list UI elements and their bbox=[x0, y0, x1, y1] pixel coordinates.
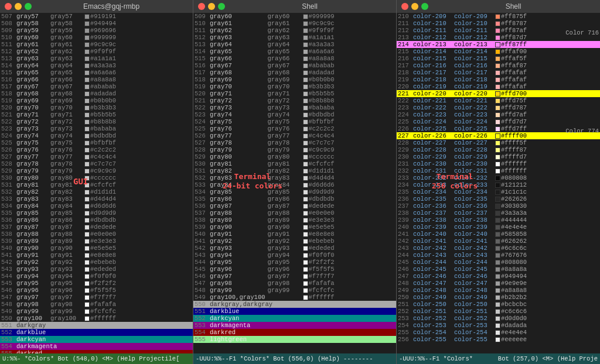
traffic-green2[interactable] bbox=[218, 3, 225, 10]
app-container: Emacs@gqj-rmbp Shell Shell GUI 507 gray5… bbox=[0, 0, 600, 364]
shell1-window-bar: Shell bbox=[193, 0, 397, 13]
emacs-title: Emacs@gqj-rmbp bbox=[35, 2, 188, 11]
emacs-content: GUI 507 gray57 gray57 #919191508 gray58 … bbox=[0, 13, 193, 353]
color-774-label: Color 774 bbox=[565, 128, 599, 135]
emacs-status-bar: U:%%- *Colors* Bot (548,0) <M> (Help Pro… bbox=[0, 353, 193, 364]
shell1-status-text: -UUU:%%--F1 *Colors* Bot (556,0) (Help) … bbox=[196, 355, 373, 362]
shell2-pane: Terminal256 colors Color 716 Color 774 2… bbox=[397, 13, 600, 364]
main-area: GUI 507 gray57 gray57 #919191508 gray58 … bbox=[0, 13, 600, 364]
shell1-status-bar: -UUU:%%--F1 *Colors* Bot (556,0) (Help) … bbox=[193, 353, 396, 364]
traffic-yellow[interactable] bbox=[15, 3, 22, 10]
emacs-pane: GUI 507 gray57 gray57 #919191508 gray58 … bbox=[0, 13, 193, 364]
traffic-green3[interactable] bbox=[421, 3, 428, 10]
traffic-yellow2[interactable] bbox=[208, 3, 215, 10]
shell2-color-table: 210 color-209 color-209 #ff875f211 color… bbox=[397, 13, 600, 343]
traffic-red[interactable] bbox=[5, 3, 12, 10]
window-bar: Emacs@gqj-rmbp Shell Shell bbox=[0, 0, 600, 13]
shell2-title: Shell bbox=[431, 2, 595, 11]
shell1-content: Terminal24-bit colors 509 gray60 gray60 … bbox=[193, 13, 396, 353]
shell2-status-bar: -UUU:%%--F1 *Colors* Bot (257,0) <M> (He… bbox=[397, 353, 600, 364]
shell2-status-left: -UUU:%%--F1 *Colors* bbox=[399, 355, 473, 362]
traffic-red2[interactable] bbox=[198, 3, 205, 10]
shell2-window-bar: Shell bbox=[397, 0, 600, 13]
traffic-red3[interactable] bbox=[401, 3, 408, 10]
shell1-title: Shell bbox=[228, 2, 391, 11]
emacs-color-table: 507 gray57 gray57 #919191508 gray58 gray… bbox=[0, 13, 193, 353]
emacs-status-text: U:%%- *Colors* Bot (548,0) <M> (Help Pro… bbox=[2, 355, 179, 362]
gui-overlay: GUI bbox=[73, 177, 88, 186]
terminal1-overlay: Terminal24-bit colors bbox=[223, 172, 282, 191]
color-716-label: Color 716 bbox=[565, 29, 599, 36]
traffic-yellow3[interactable] bbox=[411, 3, 418, 10]
emacs-window-bar: Emacs@gqj-rmbp bbox=[0, 0, 193, 13]
shell2-status-right: Bot (257,0) <M> (Help Proje bbox=[498, 355, 598, 362]
shell2-content: Terminal256 colors Color 716 Color 774 2… bbox=[397, 13, 600, 353]
terminal2-overlay: Terminal256 colors bbox=[432, 172, 478, 191]
traffic-green[interactable] bbox=[25, 3, 32, 10]
shell1-pane: Terminal24-bit colors 509 gray60 gray60 … bbox=[193, 13, 397, 364]
